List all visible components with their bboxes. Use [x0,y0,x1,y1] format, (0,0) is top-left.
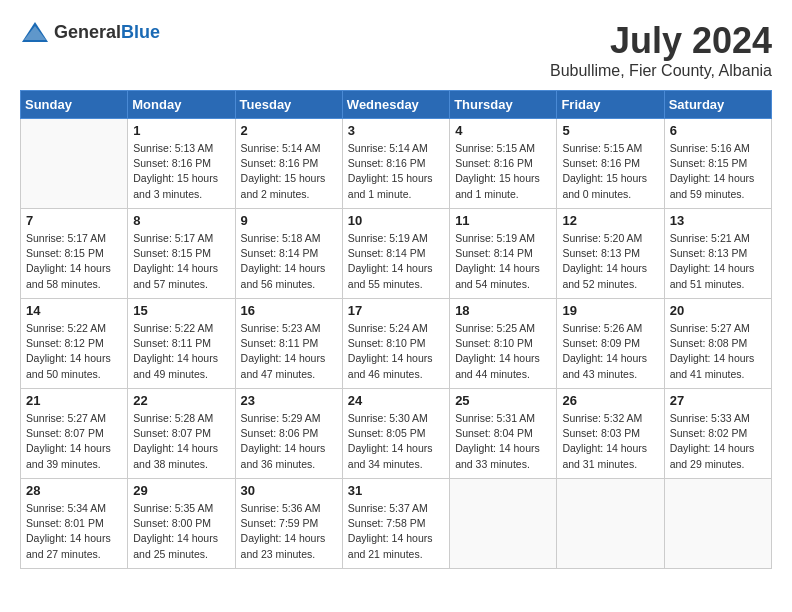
calendar-cell: 4Sunrise: 5:15 AM Sunset: 8:16 PM Daylig… [450,119,557,209]
calendar-cell: 24Sunrise: 5:30 AM Sunset: 8:05 PM Dayli… [342,389,449,479]
header-cell-thursday: Thursday [450,91,557,119]
day-info: Sunrise: 5:22 AM Sunset: 8:12 PM Dayligh… [26,321,122,382]
calendar-table: SundayMondayTuesdayWednesdayThursdayFrid… [20,90,772,569]
calendar-cell: 18Sunrise: 5:25 AM Sunset: 8:10 PM Dayli… [450,299,557,389]
calendar-body: 1Sunrise: 5:13 AM Sunset: 8:16 PM Daylig… [21,119,772,569]
calendar-week-4: 28Sunrise: 5:34 AM Sunset: 8:01 PM Dayli… [21,479,772,569]
day-info: Sunrise: 5:15 AM Sunset: 8:16 PM Dayligh… [455,141,551,202]
day-info: Sunrise: 5:28 AM Sunset: 8:07 PM Dayligh… [133,411,229,472]
calendar-cell: 14Sunrise: 5:22 AM Sunset: 8:12 PM Dayli… [21,299,128,389]
day-number: 14 [26,303,122,318]
day-info: Sunrise: 5:37 AM Sunset: 7:58 PM Dayligh… [348,501,444,562]
month-title: July 2024 [550,20,772,62]
header-cell-monday: Monday [128,91,235,119]
day-number: 26 [562,393,658,408]
day-number: 16 [241,303,337,318]
day-info: Sunrise: 5:35 AM Sunset: 8:00 PM Dayligh… [133,501,229,562]
calendar-cell: 9Sunrise: 5:18 AM Sunset: 8:14 PM Daylig… [235,209,342,299]
calendar-week-1: 7Sunrise: 5:17 AM Sunset: 8:15 PM Daylig… [21,209,772,299]
day-info: Sunrise: 5:14 AM Sunset: 8:16 PM Dayligh… [348,141,444,202]
day-info: Sunrise: 5:15 AM Sunset: 8:16 PM Dayligh… [562,141,658,202]
calendar-cell: 3Sunrise: 5:14 AM Sunset: 8:16 PM Daylig… [342,119,449,209]
calendar-cell: 6Sunrise: 5:16 AM Sunset: 8:15 PM Daylig… [664,119,771,209]
day-number: 31 [348,483,444,498]
day-info: Sunrise: 5:33 AM Sunset: 8:02 PM Dayligh… [670,411,766,472]
calendar-cell: 17Sunrise: 5:24 AM Sunset: 8:10 PM Dayli… [342,299,449,389]
day-number: 24 [348,393,444,408]
calendar-cell: 28Sunrise: 5:34 AM Sunset: 8:01 PM Dayli… [21,479,128,569]
day-info: Sunrise: 5:17 AM Sunset: 8:15 PM Dayligh… [26,231,122,292]
logo-icon [20,20,50,44]
calendar-cell: 23Sunrise: 5:29 AM Sunset: 8:06 PM Dayli… [235,389,342,479]
day-info: Sunrise: 5:13 AM Sunset: 8:16 PM Dayligh… [133,141,229,202]
day-info: Sunrise: 5:34 AM Sunset: 8:01 PM Dayligh… [26,501,122,562]
day-number: 17 [348,303,444,318]
day-info: Sunrise: 5:19 AM Sunset: 8:14 PM Dayligh… [455,231,551,292]
day-number: 20 [670,303,766,318]
title-block: July 2024 Bubullime, Fier County, Albani… [550,20,772,80]
calendar-cell: 15Sunrise: 5:22 AM Sunset: 8:11 PM Dayli… [128,299,235,389]
day-number: 9 [241,213,337,228]
day-number: 27 [670,393,766,408]
calendar-cell [21,119,128,209]
day-number: 22 [133,393,229,408]
day-number: 15 [133,303,229,318]
header-row: SundayMondayTuesdayWednesdayThursdayFrid… [21,91,772,119]
calendar-cell: 31Sunrise: 5:37 AM Sunset: 7:58 PM Dayli… [342,479,449,569]
day-info: Sunrise: 5:30 AM Sunset: 8:05 PM Dayligh… [348,411,444,472]
day-info: Sunrise: 5:23 AM Sunset: 8:11 PM Dayligh… [241,321,337,382]
location-title: Bubullime, Fier County, Albania [550,62,772,80]
calendar-cell: 22Sunrise: 5:28 AM Sunset: 8:07 PM Dayli… [128,389,235,479]
day-info: Sunrise: 5:22 AM Sunset: 8:11 PM Dayligh… [133,321,229,382]
day-info: Sunrise: 5:19 AM Sunset: 8:14 PM Dayligh… [348,231,444,292]
page-header: GeneralBlue July 2024 Bubullime, Fier Co… [20,20,772,80]
day-number: 12 [562,213,658,228]
calendar-cell: 8Sunrise: 5:17 AM Sunset: 8:15 PM Daylig… [128,209,235,299]
day-number: 6 [670,123,766,138]
day-info: Sunrise: 5:32 AM Sunset: 8:03 PM Dayligh… [562,411,658,472]
day-number: 3 [348,123,444,138]
logo-general: General [54,22,121,42]
day-number: 25 [455,393,551,408]
calendar-cell: 13Sunrise: 5:21 AM Sunset: 8:13 PM Dayli… [664,209,771,299]
logo-blue: Blue [121,22,160,42]
calendar-cell [664,479,771,569]
day-info: Sunrise: 5:24 AM Sunset: 8:10 PM Dayligh… [348,321,444,382]
header-cell-friday: Friday [557,91,664,119]
day-number: 1 [133,123,229,138]
day-number: 11 [455,213,551,228]
day-number: 28 [26,483,122,498]
day-info: Sunrise: 5:27 AM Sunset: 8:07 PM Dayligh… [26,411,122,472]
day-number: 18 [455,303,551,318]
svg-marker-1 [24,26,46,40]
day-info: Sunrise: 5:25 AM Sunset: 8:10 PM Dayligh… [455,321,551,382]
calendar-cell: 30Sunrise: 5:36 AM Sunset: 7:59 PM Dayli… [235,479,342,569]
logo-text: GeneralBlue [54,22,160,43]
day-number: 19 [562,303,658,318]
day-info: Sunrise: 5:21 AM Sunset: 8:13 PM Dayligh… [670,231,766,292]
day-number: 8 [133,213,229,228]
day-number: 23 [241,393,337,408]
header-cell-saturday: Saturday [664,91,771,119]
calendar-cell: 27Sunrise: 5:33 AM Sunset: 8:02 PM Dayli… [664,389,771,479]
calendar-cell [450,479,557,569]
day-number: 29 [133,483,229,498]
calendar-week-2: 14Sunrise: 5:22 AM Sunset: 8:12 PM Dayli… [21,299,772,389]
day-info: Sunrise: 5:14 AM Sunset: 8:16 PM Dayligh… [241,141,337,202]
calendar-cell: 1Sunrise: 5:13 AM Sunset: 8:16 PM Daylig… [128,119,235,209]
day-info: Sunrise: 5:20 AM Sunset: 8:13 PM Dayligh… [562,231,658,292]
header-cell-tuesday: Tuesday [235,91,342,119]
day-info: Sunrise: 5:16 AM Sunset: 8:15 PM Dayligh… [670,141,766,202]
calendar-cell: 21Sunrise: 5:27 AM Sunset: 8:07 PM Dayli… [21,389,128,479]
calendar-cell: 11Sunrise: 5:19 AM Sunset: 8:14 PM Dayli… [450,209,557,299]
calendar-cell: 25Sunrise: 5:31 AM Sunset: 8:04 PM Dayli… [450,389,557,479]
calendar-cell: 19Sunrise: 5:26 AM Sunset: 8:09 PM Dayli… [557,299,664,389]
calendar-cell: 7Sunrise: 5:17 AM Sunset: 8:15 PM Daylig… [21,209,128,299]
calendar-cell: 20Sunrise: 5:27 AM Sunset: 8:08 PM Dayli… [664,299,771,389]
calendar-cell: 12Sunrise: 5:20 AM Sunset: 8:13 PM Dayli… [557,209,664,299]
day-info: Sunrise: 5:36 AM Sunset: 7:59 PM Dayligh… [241,501,337,562]
calendar-header: SundayMondayTuesdayWednesdayThursdayFrid… [21,91,772,119]
day-number: 30 [241,483,337,498]
calendar-cell [557,479,664,569]
day-number: 21 [26,393,122,408]
